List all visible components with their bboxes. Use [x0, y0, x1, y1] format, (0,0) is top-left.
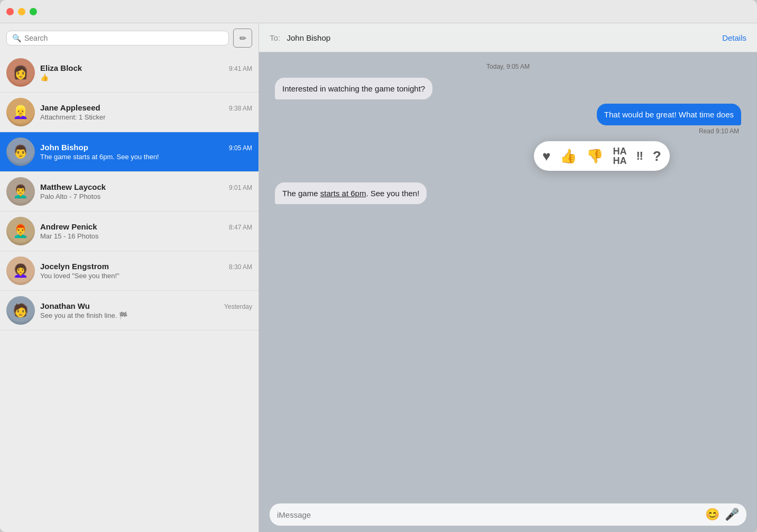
messages-container: Today, 9:05 AM Interested in watching th… — [259, 52, 757, 497]
message-row-sent: That would be great! What time does — [275, 104, 741, 125]
conversation-list: 👩 Eliza Block 9:41 AM 👍 👱‍♀️ Jan — [0, 53, 259, 532]
sidebar-header: 🔍 ✏ — [0, 23, 259, 53]
tapback-question[interactable]: ? — [653, 148, 661, 164]
message-bubble[interactable]: That would be great! What time does — [597, 104, 741, 125]
conv-time: 8:47 AM — [229, 224, 252, 231]
avatar: 👩‍🦱 — [6, 256, 35, 285]
message-bubble[interactable]: Interested in watching the game tonight? — [275, 78, 432, 99]
message-row-received: The game starts at 6pm. See you then! — [275, 182, 741, 204]
conversation-item[interactable]: 👩 Eliza Block 9:41 AM 👍 — [0, 53, 259, 93]
conv-info: Matthew Laycock 9:01 AM Palo Alto - 7 Ph… — [40, 182, 252, 200]
traffic-lights — [6, 8, 37, 15]
avatar: 👨‍🦱 — [6, 177, 35, 206]
tapback-thumbs-up[interactable]: 👍 — [560, 148, 577, 164]
avatar: 👨‍🦰 — [6, 217, 35, 245]
conv-name: Jocelyn Engstrom — [40, 262, 109, 271]
chat-area: To: John Bishop Details Today, 9:05 AM I… — [259, 23, 757, 532]
conv-preview: The game starts at 6pm. See you then! — [40, 153, 252, 161]
conv-name: Matthew Laycock — [40, 182, 106, 191]
avatar: 👱‍♀️ — [6, 98, 35, 126]
conv-name: Jonathan Wu — [40, 301, 90, 310]
avatar-face: 👨‍🦱 — [6, 177, 35, 206]
tapback-heart[interactable]: ♥ — [542, 148, 550, 164]
conv-preview: See you at the finish line. 🏁 — [40, 311, 252, 319]
conv-time: 8:30 AM — [229, 263, 252, 271]
conv-time: 9:41 AM — [229, 65, 252, 72]
timestamp: Today, 9:05 AM — [275, 63, 741, 70]
avatar: 👨 — [6, 137, 35, 166]
tapback-thumbs-down[interactable]: 👎 — [586, 148, 603, 164]
conversation-item-active[interactable]: 👨 John Bishop 9:05 AM The game starts at… — [0, 132, 259, 172]
avatar-face: 👩 — [6, 58, 35, 87]
message-text-underlined[interactable]: starts at 6pm — [320, 189, 366, 198]
compose-button[interactable]: ✏ — [233, 29, 252, 48]
conv-info: Jocelyn Engstrom 8:30 AM You loved "See … — [40, 262, 252, 280]
chat-to: To: John Bishop — [270, 33, 330, 42]
app-body: 🔍 ✏ 👩 Eliza Block 9:41 AM 👍 — [0, 23, 757, 532]
conv-top: Matthew Laycock 9:01 AM — [40, 182, 252, 191]
avatar: 🧑 — [6, 296, 35, 325]
avatar: 👩 — [6, 58, 35, 87]
conv-name: Jane Appleseed — [40, 103, 100, 112]
conv-preview: Attachment: 1 Sticker — [40, 113, 252, 121]
conv-info: Andrew Penick 8:47 AM Mar 15 - 16 Photos — [40, 222, 252, 240]
maximize-button[interactable] — [30, 8, 37, 15]
tapback-popup[interactable]: ♥ 👍 👎 HAHA ‼ ? — [534, 141, 670, 171]
conversation-item[interactable]: 👨‍🦰 Andrew Penick 8:47 AM Mar 15 - 16 Ph… — [0, 212, 259, 251]
chat-to-label: To: — [270, 33, 280, 42]
conv-top: Jane Appleseed 9:38 AM — [40, 103, 252, 112]
conv-name: John Bishop — [40, 143, 88, 152]
avatar-face: 👨‍🦰 — [6, 217, 35, 245]
chat-input-area: 😊 🎤 — [259, 497, 757, 532]
conv-time: Yesterday — [224, 303, 252, 310]
message-bubble[interactable]: The game starts at 6pm. See you then! — [275, 182, 427, 204]
imessage-input[interactable] — [277, 510, 700, 519]
message-row-received: Interested in watching the game tonight? — [275, 78, 741, 99]
message-text-after: . See you then! — [366, 189, 419, 198]
conv-time: 9:38 AM — [229, 105, 252, 112]
tapback-exclamation[interactable]: ‼ — [636, 149, 643, 163]
search-icon: 🔍 — [12, 34, 21, 42]
avatar-face: 👨 — [6, 137, 35, 166]
mic-icon[interactable]: 🎤 — [725, 508, 739, 521]
conv-top: Jonathan Wu Yesterday — [40, 301, 252, 310]
conv-preview: You loved "See you then!" — [40, 272, 252, 280]
chat-header: To: John Bishop Details — [259, 23, 757, 52]
conv-time: 9:05 AM — [229, 144, 252, 152]
close-button[interactable] — [6, 8, 14, 15]
avatar-face: 👩‍🦱 — [6, 256, 35, 285]
conv-top: Jocelyn Engstrom 8:30 AM — [40, 262, 252, 271]
conv-top: John Bishop 9:05 AM — [40, 143, 252, 152]
details-button[interactable]: Details — [722, 33, 746, 42]
tapback-haha[interactable]: HAHA — [613, 146, 626, 166]
message-text-before: The game — [282, 189, 320, 198]
conv-preview: Palo Alto - 7 Photos — [40, 192, 252, 200]
conversation-item[interactable]: 🧑 Jonathan Wu Yesterday See you at the f… — [0, 291, 259, 331]
minimize-button[interactable] — [18, 8, 25, 15]
avatar-face: 👱‍♀️ — [6, 98, 35, 126]
conv-preview: 👍 — [40, 74, 252, 81]
conv-top: Eliza Block 9:41 AM — [40, 63, 252, 72]
conv-name: Eliza Block — [40, 63, 82, 72]
emoji-icon[interactable]: 😊 — [705, 508, 719, 521]
conversation-item[interactable]: 👱‍♀️ Jane Appleseed 9:38 AM Attachment: … — [0, 93, 259, 132]
conversation-item[interactable]: 👩‍🦱 Jocelyn Engstrom 8:30 AM You loved "… — [0, 251, 259, 291]
conv-name: Andrew Penick — [40, 222, 97, 231]
title-bar — [0, 0, 757, 23]
conv-preview: Mar 15 - 16 Photos — [40, 232, 252, 240]
search-input[interactable] — [24, 34, 223, 42]
conversation-item[interactable]: 👨‍🦱 Matthew Laycock 9:01 AM Palo Alto - … — [0, 172, 259, 212]
search-bar[interactable]: 🔍 — [6, 31, 229, 45]
conv-info: Eliza Block 9:41 AM 👍 — [40, 63, 252, 81]
avatar-face: 🧑 — [6, 296, 35, 325]
input-box: 😊 🎤 — [270, 503, 746, 526]
compose-icon: ✏ — [239, 33, 246, 43]
read-receipt: Read 9:10 AM — [275, 127, 741, 135]
conv-info: John Bishop 9:05 AM The game starts at 6… — [40, 143, 252, 161]
conv-info: Jane Appleseed 9:38 AM Attachment: 1 Sti… — [40, 103, 252, 121]
chat-to-name: John Bishop — [287, 33, 331, 42]
sidebar: 🔍 ✏ 👩 Eliza Block 9:41 AM 👍 — [0, 23, 259, 532]
conv-info: Jonathan Wu Yesterday See you at the fin… — [40, 301, 252, 319]
conv-time: 9:01 AM — [229, 184, 252, 191]
conv-top: Andrew Penick 8:47 AM — [40, 222, 252, 231]
